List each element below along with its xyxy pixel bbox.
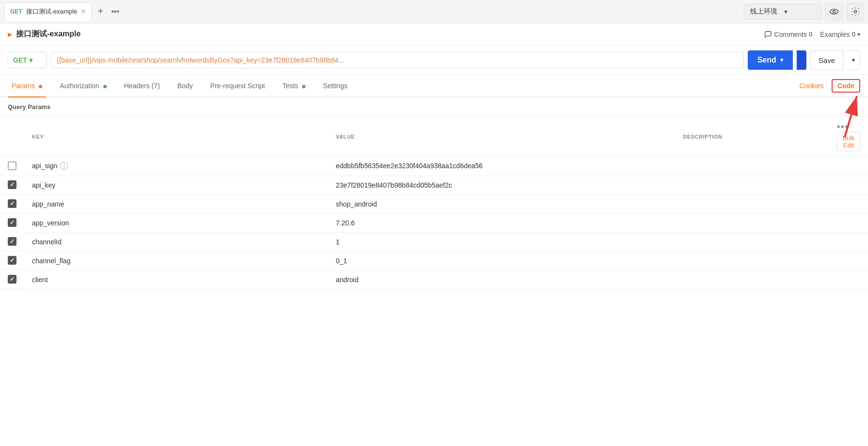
send-chevron-icon: ▾ [780, 57, 783, 64]
param-description[interactable] [675, 232, 830, 251]
row-checkbox[interactable] [8, 161, 16, 170]
examples-count: 0 [852, 31, 855, 38]
svg-point-0 [830, 9, 838, 14]
save-button[interactable]: Save [810, 50, 843, 70]
comments-button[interactable]: Comments 0 [764, 31, 812, 38]
table-row: api_signieddbb5fb56354ee2e3230f404a938aa… [0, 157, 868, 176]
examples-button[interactable]: Examples 0 ▾ [820, 31, 860, 38]
method-chevron-icon: ▾ [29, 56, 32, 64]
param-value[interactable]: 0_1 [328, 251, 675, 270]
tests-dot [302, 85, 305, 88]
tab-prerequest[interactable]: Pre-request Script [207, 75, 269, 97]
tab-title: 接口测试-example [26, 7, 77, 16]
param-description[interactable] [675, 157, 830, 176]
tab-method-badge: GET [10, 8, 22, 15]
row-checkbox[interactable]: ✓ [8, 237, 16, 246]
table-row: ✓app_nameshop_android [0, 194, 868, 213]
top-right-controls: 线上环境 ▾ [744, 3, 864, 20]
col-header-check [0, 117, 24, 157]
col-header-value: VALUE [328, 117, 675, 157]
row-checkbox[interactable]: ✓ [8, 199, 16, 208]
env-chevron-icon: ▾ [784, 8, 815, 16]
param-description[interactable] [675, 251, 830, 270]
param-value[interactable]: 1 [328, 232, 675, 251]
query-params-section: Query Params KEY VALUE DESCRIPTION ••• B… [0, 97, 868, 289]
authorization-dot [103, 85, 107, 88]
row-checkbox[interactable]: ✓ [8, 256, 16, 265]
param-value[interactable]: 7.20.6 [328, 213, 675, 232]
param-key[interactable]: channel_flag [32, 257, 70, 265]
param-value[interactable]: 23e7f28019e8407b98b84cd05b5aef2c [328, 175, 675, 194]
col-header-key: KEY [24, 117, 328, 157]
bulk-edit-button[interactable]: Bulk Edit [837, 132, 860, 151]
comments-count: 0 [809, 31, 812, 38]
expand-arrow-icon[interactable]: ▶ [8, 31, 12, 38]
col-header-description: DESCRIPTION [675, 117, 830, 157]
send-dropdown-button[interactable] [797, 50, 806, 70]
svg-point-1 [833, 10, 836, 13]
more-options-button[interactable]: ••• [837, 122, 849, 131]
method-label: GET [13, 56, 27, 64]
save-dropdown-button[interactable]: ▾ [847, 50, 860, 70]
tab-headers[interactable]: Headers (7) [120, 75, 164, 97]
tab-params[interactable]: Params [8, 75, 46, 97]
tab-close-button[interactable]: × [81, 7, 85, 16]
param-description[interactable] [675, 175, 830, 194]
tab-settings[interactable]: Settings [319, 75, 352, 97]
svg-point-2 [854, 10, 857, 13]
settings-button[interactable] [847, 3, 864, 20]
right-actions: Comments 0 Examples 0 ▾ [764, 31, 860, 38]
row-checkbox[interactable]: ✓ [8, 218, 16, 227]
params-table: KEY VALUE DESCRIPTION ••• Bulk Edit api_… [0, 117, 868, 289]
examples-chevron-icon: ▾ [857, 31, 860, 38]
table-row: ✓channel_flag0_1 [0, 251, 868, 270]
tab-more-button[interactable]: ••• [107, 7, 123, 16]
tab-tests[interactable]: Tests [278, 75, 309, 97]
param-description[interactable] [675, 213, 830, 232]
table-row: ✓api_key23e7f28019e8407b98b84cd05b5aef2c [0, 175, 868, 194]
cookies-link[interactable]: Cookies [799, 82, 824, 90]
preview-button[interactable] [825, 3, 843, 20]
method-selector[interactable]: GET ▾ [8, 52, 47, 68]
examples-label: Examples [820, 31, 850, 38]
param-value[interactable]: android [328, 270, 675, 289]
info-icon[interactable]: i [60, 162, 68, 170]
param-key[interactable]: api_key [32, 181, 55, 189]
params-dot [39, 85, 42, 88]
table-row: ✓clientandroid [0, 270, 868, 289]
param-key[interactable]: channelId [32, 238, 62, 246]
param-key[interactable]: api_sign [32, 162, 57, 170]
tab-authorization[interactable]: Authorization [56, 75, 111, 97]
section-title: Query Params [0, 97, 868, 117]
col-header-actions: ••• Bulk Edit [829, 117, 868, 157]
tab-bar: GET 接口测试-example × + ••• 线上环境 ▾ [0, 0, 868, 23]
send-button[interactable]: Send ▾ [748, 50, 793, 70]
param-value[interactable]: shop_android [328, 194, 675, 213]
environment-selector[interactable]: 线上环境 ▾ [744, 4, 821, 19]
comments-label: Comments [774, 31, 807, 38]
row-checkbox[interactable]: ✓ [8, 180, 16, 189]
param-key[interactable]: client [32, 276, 48, 284]
tab-body[interactable]: Body [174, 75, 197, 97]
param-description[interactable] [675, 270, 830, 289]
env-label: 线上环境 [750, 7, 781, 16]
request-name: 接口测试-example [16, 29, 80, 39]
param-description[interactable] [675, 194, 830, 213]
url-bar: GET ▾ Send ▾ Save ▾ [0, 46, 868, 75]
param-key[interactable]: app_version [32, 219, 69, 227]
table-row: ✓channelId1 [0, 232, 868, 251]
param-value[interactable]: eddbb5fb56354ee2e3230f404a938aa1cd6dea56 [328, 157, 675, 176]
code-link[interactable]: Code [832, 79, 860, 93]
active-tab[interactable]: GET 接口测试-example × [4, 2, 92, 21]
request-tabs-bar: Params Authorization Headers (7) Body Pr… [0, 75, 868, 97]
param-key[interactable]: app_name [32, 200, 64, 208]
new-tab-button[interactable]: + [94, 6, 107, 17]
row-checkbox[interactable]: ✓ [8, 275, 16, 284]
url-input[interactable] [50, 52, 744, 68]
request-name-bar: ▶ 接口测试-example Comments 0 Examples 0 ▾ [0, 23, 868, 46]
table-row: ✓app_version7.20.6 [0, 213, 868, 232]
